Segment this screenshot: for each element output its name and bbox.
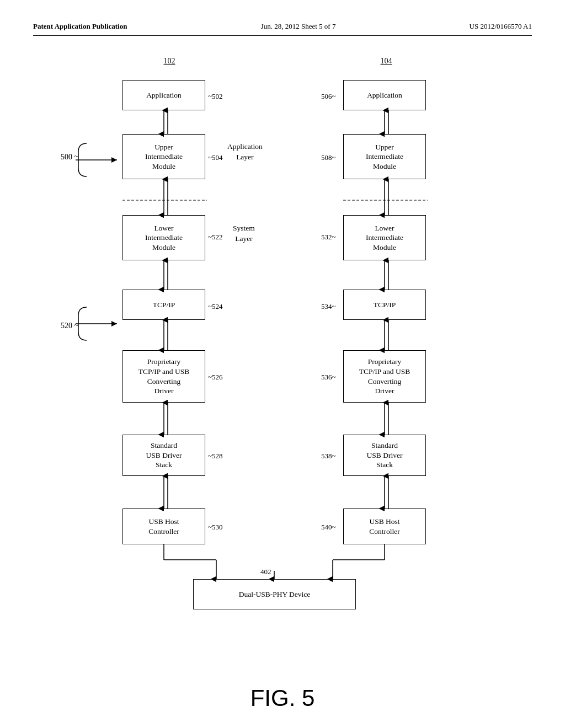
box-lower-intermediate-right: LowerIntermediateModule — [343, 215, 426, 260]
box-tcpip-left: TCP/IP — [122, 290, 205, 320]
header-patent-number: US 2012/0166570 A1 — [470, 22, 532, 31]
box-tcpip-right: TCP/IP — [343, 290, 426, 320]
diagram: 102 104 Application Application UpperInt… — [45, 52, 520, 631]
box-application-right: Application — [343, 80, 426, 110]
ref-526: ~526 — [208, 373, 223, 382]
ref-508: 508~ — [321, 153, 336, 162]
box-proprietary-driver-left: ProprietaryTCP/IP and USBConvertingDrive… — [122, 350, 205, 403]
ref-536: 536~ — [321, 373, 336, 382]
label-500: 500 ~ — [61, 153, 78, 162]
layer-application-label: ApplicationLayer — [227, 142, 263, 163]
layer-system-label: SystemLayer — [233, 223, 255, 244]
ref-524: ~524 — [208, 302, 223, 311]
header-publication: Patent Application Publication — [33, 22, 127, 31]
ref-402: 402 — [260, 568, 271, 576]
ref-506: 506~ — [321, 92, 336, 101]
box-upper-intermediate-right: UpperIntermediateModule — [343, 134, 426, 179]
box-usb-host-controller-right: USB HostController — [343, 508, 426, 544]
ref-534: 534~ — [321, 302, 336, 311]
page: Patent Application Publication Jun. 28, … — [0, 0, 565, 728]
label-520: 520 ~ — [61, 322, 78, 330]
ref-538: 538~ — [321, 452, 336, 461]
fig-caption: FIG. 5 — [0, 685, 565, 711]
ref-504: ~504 — [208, 153, 223, 162]
box-usb-host-controller-left: USB HostController — [122, 508, 205, 544]
col-label-104: 104 — [370, 57, 403, 66]
box-dual-usb-phy: Dual-USB-PHY Device — [193, 579, 356, 609]
box-usb-driver-stack-right: StandardUSB DriverStack — [343, 435, 426, 476]
ref-502: ~502 — [208, 92, 223, 101]
diagram-svg — [45, 52, 520, 631]
box-proprietary-driver-right: ProprietaryTCP/IP and USBConvertingDrive… — [343, 350, 426, 403]
page-header: Patent Application Publication Jun. 28, … — [33, 22, 532, 36]
box-lower-intermediate-left: LowerIntermediateModule — [122, 215, 205, 260]
ref-540: 540~ — [321, 523, 336, 532]
box-application-left: Application — [122, 80, 205, 110]
ref-532: 532~ — [321, 233, 336, 242]
header-date-sheet: Jun. 28, 2012 Sheet 5 of 7 — [261, 22, 336, 31]
ref-530: ~530 — [208, 523, 223, 532]
ref-528: ~528 — [208, 452, 223, 461]
col-label-102: 102 — [153, 57, 186, 66]
box-upper-intermediate-left: UpperIntermediateModule — [122, 134, 205, 179]
ref-522: ~522 — [208, 233, 223, 242]
box-usb-driver-stack-left: StandardUSB DriverStack — [122, 435, 205, 476]
